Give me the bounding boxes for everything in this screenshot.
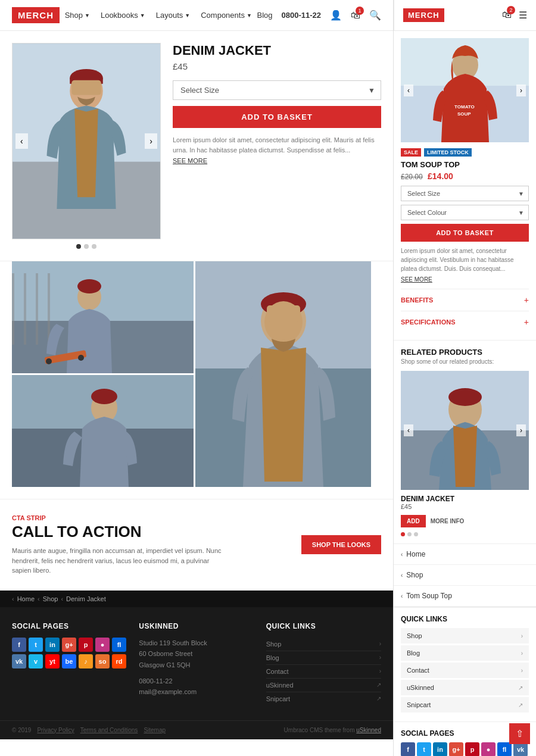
quick-link-uskinned[interactable]: uSkinned ↗: [401, 680, 529, 695]
slider-dot-3[interactable]: [92, 244, 96, 249]
sidebar-social-pinterest[interactable]: p: [465, 742, 479, 756]
social-soundcloud[interactable]: ♪: [79, 654, 93, 668]
nav-lookbooks[interactable]: Lookbooks ▼: [101, 11, 145, 20]
cart-icon[interactable]: 🛍 1: [351, 10, 360, 21]
social-instagram[interactable]: ●: [95, 638, 110, 652]
account-icon[interactable]: 👤: [330, 10, 342, 21]
sidebar-social-linkedin[interactable]: in: [433, 742, 447, 756]
footer-email[interactable]: mail@example.com: [139, 686, 254, 698]
sidebar-nav-shop[interactable]: ‹ Shop: [394, 565, 536, 586]
sidebar-slider-next[interactable]: ›: [516, 85, 526, 96]
quick-link-shop[interactable]: Shop ›: [401, 628, 529, 643]
footer-social-title: SOCIAL PAGES: [12, 622, 127, 630]
sidebar-product-description: Lorem ipsum dolor sit amet, consectetur …: [401, 246, 529, 273]
footer-link-snipcart-ext: ↗: [376, 695, 381, 702]
nav-shop[interactable]: Shop ▼: [65, 11, 90, 20]
related-more-info-button[interactable]: MORE INFO: [431, 518, 465, 524]
slider-dots: [12, 244, 161, 249]
nav-components[interactable]: Components ▼: [201, 11, 252, 20]
footer-link-shop[interactable]: Shop ›: [266, 638, 381, 651]
quick-link-blog[interactable]: Blog ›: [401, 645, 529, 661]
nav-components-arrow: ▼: [247, 13, 252, 18]
sidebar-social-icons: f t in g+ p ● fl vk v yt be ♪ so rd: [401, 742, 529, 756]
see-more-link[interactable]: SEE MORE: [173, 157, 381, 164]
sidebar-social-gplus[interactable]: g+: [449, 742, 463, 756]
footer-link-uskinned[interactable]: uSkinned ↗: [266, 679, 381, 692]
footer-uskinned-col: USKINNED Studio 119 South Block60 Osborn…: [139, 622, 254, 705]
slider-next-button[interactable]: ›: [145, 133, 157, 149]
footer-terms-link[interactable]: Terms and Conditions: [80, 727, 138, 733]
footer-link-blog[interactable]: Blog ›: [266, 651, 381, 665]
sidebar-social-instagram[interactable]: ●: [481, 742, 496, 756]
social-behance[interactable]: be: [62, 654, 76, 668]
related-add-button[interactable]: ADD: [401, 515, 426, 527]
scroll-to-top-button[interactable]: ⇧: [509, 723, 530, 744]
footer-quicklinks-title: QUICK LINKS: [266, 622, 381, 630]
product-title: DENIM JACKET: [173, 43, 381, 58]
social-youtube[interactable]: yt: [45, 654, 60, 668]
slider-prev-button[interactable]: ‹: [15, 133, 28, 149]
sidebar-social-twitter[interactable]: t: [417, 742, 431, 756]
social-vimeo[interactable]: v: [29, 654, 43, 668]
social-twitter[interactable]: t: [29, 638, 43, 652]
size-select[interactable]: Select Size S M L XL: [173, 80, 381, 100]
slider-dot-1[interactable]: [76, 244, 81, 249]
footer-link-contact[interactable]: Contact ›: [266, 665, 381, 679]
related-dot-3[interactable]: [414, 532, 418, 536]
sidebar-cart-icon[interactable]: 🛍 2: [502, 10, 512, 21]
social-facebook[interactable]: f: [12, 638, 26, 652]
sidebar-menu-icon[interactable]: ☰: [519, 10, 527, 21]
social-flickr[interactable]: fl: [112, 638, 126, 652]
sidebar-logo[interactable]: MERCH: [403, 8, 444, 22]
sidebar-social-facebook[interactable]: f: [401, 742, 415, 756]
footer-sitemap-link[interactable]: Sitemap: [144, 727, 166, 733]
add-to-basket-button[interactable]: ADD TO BASKET: [173, 106, 381, 128]
logo[interactable]: MERCH: [12, 7, 60, 23]
footer-cms: Umbraco CMS theme from uSkinned: [284, 727, 381, 733]
quick-link-contact[interactable]: Contact ›: [401, 663, 529, 678]
sidebar-nav-product[interactable]: ‹ Tom Soup Top: [394, 586, 536, 607]
benefits-accordion-header[interactable]: bENefITS +: [401, 289, 529, 311]
footer-bottom: © 2019 Privacy Policy Terms and Conditio…: [0, 720, 393, 739]
svg-point-17: [46, 358, 52, 364]
related-product-buttons: ADD MORE INFO: [401, 515, 529, 527]
footer: SOCIAL PAGES f t in g+ p ● fl vk v yt be…: [0, 607, 393, 739]
sidebar-add-to-basket-button[interactable]: ADD TO BASKET: [401, 224, 529, 242]
quick-link-snipcart[interactable]: Snipcart ↗: [401, 697, 529, 713]
sidebar-size-select[interactable]: Select Size S M L: [401, 186, 529, 201]
footer-link-snipcart[interactable]: Snipcart ↗: [266, 692, 381, 705]
sidebar-colour-select[interactable]: Select Colour Red Blue Black: [401, 205, 529, 220]
sidebar-nav-home[interactable]: ‹ Home: [394, 544, 536, 565]
related-product-title: DENIM JACKET: [401, 495, 529, 503]
social-linkedin[interactable]: in: [45, 638, 60, 652]
related-dot-2[interactable]: [407, 532, 412, 536]
footer-cms-link[interactable]: uSkinned: [356, 727, 381, 733]
slider-dot-2[interactable]: [84, 244, 89, 249]
social-pinterest[interactable]: p: [79, 638, 93, 652]
footer-privacy-link[interactable]: Privacy Policy: [37, 727, 74, 733]
cta-title: CALL TO ACTION: [12, 523, 301, 541]
specifications-accordion-header[interactable]: SPECIFICATIONS +: [401, 311, 529, 333]
related-slider-next[interactable]: ›: [516, 424, 526, 436]
breadcrumb-bar: ‹ Home ‹ Shop ‹ Denim Jacket: [0, 591, 393, 607]
breadcrumb-shop[interactable]: Shop: [43, 595, 58, 602]
breadcrumb-home[interactable]: Home: [17, 595, 35, 602]
related-dot-1[interactable]: [401, 532, 405, 536]
search-icon[interactable]: 🔍: [369, 10, 381, 21]
gallery-image-2: [12, 375, 194, 487]
footer-social-icons: f t in g+ p ● fl vk v yt be ♪ so rd: [12, 638, 127, 668]
sidebar-social-flickr[interactable]: fl: [497, 742, 512, 756]
social-googleplus[interactable]: g+: [62, 638, 76, 652]
sidebar-social-vk[interactable]: vk: [513, 742, 528, 756]
sidebar-slider-prev[interactable]: ‹: [404, 85, 413, 96]
blog-link[interactable]: Blog: [257, 11, 272, 20]
social-so[interactable]: so: [95, 654, 110, 668]
nav-layouts[interactable]: Layouts ▼: [156, 11, 190, 20]
shop-looks-button[interactable]: SHOP THE LOOKS: [301, 535, 381, 554]
sidebar-nav-product-arrow: ‹: [401, 593, 403, 599]
related-slider-prev[interactable]: ‹: [404, 424, 413, 436]
social-reddit[interactable]: rd: [112, 654, 126, 668]
svg-rect-8: [12, 261, 194, 321]
sidebar-see-more[interactable]: SEE MORE: [401, 276, 529, 283]
social-vk[interactable]: vk: [12, 654, 26, 668]
